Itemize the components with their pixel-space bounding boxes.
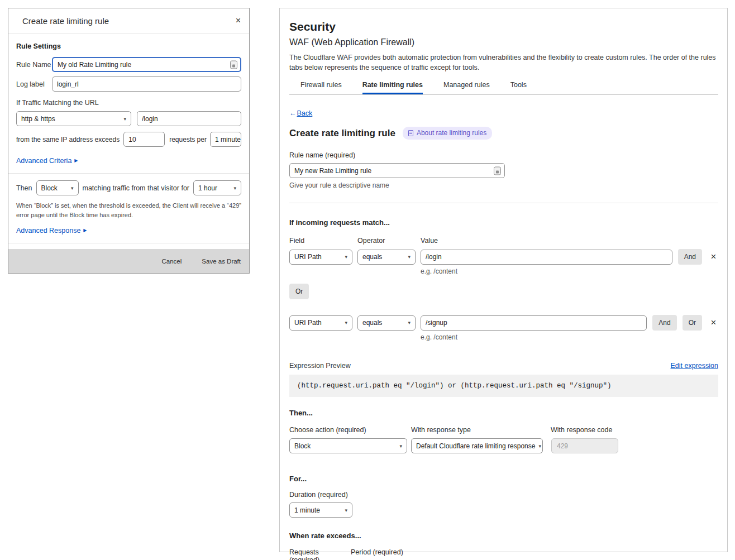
exceeds-label: from the same IP address exceeds <box>16 136 120 143</box>
triangle-right-icon: ▶ <box>83 228 87 233</box>
expression-code: (http.request.uri.path eq "/login") or (… <box>289 375 718 397</box>
back-arrow-icon: ← <box>289 109 297 117</box>
tab-rate-limiting-rules[interactable]: Rate limiting rules <box>362 81 423 94</box>
triangle-right-icon: ▶ <box>74 159 78 163</box>
url-input[interactable] <box>137 111 241 126</box>
modal-header: Create rate limiting rule × <box>8 8 249 33</box>
then-label: Then <box>16 184 32 192</box>
advanced-response-link[interactable]: Advanced Response ▶ <box>16 227 87 234</box>
then-section-heading: Then... <box>289 409 718 417</box>
condition-row: URI Path ▾ equals ▾ And Or × <box>289 315 718 331</box>
save-as-draft-button[interactable]: Save as Draft <box>202 258 241 265</box>
requests-per-label: requests per <box>169 136 207 143</box>
duration-label: Duration (required) <box>289 491 718 499</box>
autofill-icon[interactable] <box>230 60 237 69</box>
value-input[interactable] <box>421 315 647 331</box>
chevron-down-icon: ▾ <box>71 185 74 191</box>
operator-select[interactable]: equals ▾ <box>357 250 416 265</box>
log-label-row: Log label <box>16 76 241 92</box>
threshold-row: from the same IP address exceeds request… <box>16 132 241 147</box>
chevron-down-icon: ▾ <box>345 320 347 326</box>
response-code-label: With response code <box>551 426 612 434</box>
matching-traffic-label: matching traffic from that visitor for <box>83 184 190 192</box>
remove-condition-icon[interactable]: × <box>709 251 718 262</box>
waf-tabs: Firewall rules Rate limiting rules Manag… <box>289 81 718 95</box>
rule-name-input[interactable] <box>52 57 241 72</box>
tab-tools[interactable]: Tools <box>510 81 527 94</box>
chevron-down-icon: ▾ <box>408 320 411 326</box>
for-section-heading: For... <box>289 475 718 483</box>
rule-name-label: Rule name (required) <box>289 151 718 159</box>
or-connector-button[interactable]: Or <box>289 284 309 299</box>
value-column-label: Value <box>421 237 438 245</box>
block-duration-select[interactable]: 1 hour ▾ <box>193 180 241 195</box>
back-link[interactable]: ← Back <box>289 109 312 117</box>
rule-name-group: Rule name (required) Give your rule a de… <box>289 151 718 189</box>
rule-name-label: Rule Name <box>16 61 52 69</box>
modal-title: Create rate limiting rule <box>22 16 109 26</box>
autofill-icon[interactable] <box>494 166 501 175</box>
rule-settings-heading: Rule Settings <box>16 42 241 50</box>
then-labels-row: Choose action (required) With response t… <box>289 426 718 434</box>
log-label-input[interactable] <box>52 76 241 92</box>
remove-condition-icon[interactable]: × <box>709 317 718 328</box>
action-select[interactable]: Block ▾ <box>36 180 79 195</box>
chevron-down-icon: ▾ <box>408 254 411 260</box>
then-row: Then Block ▾ matching traffic from that … <box>16 180 241 195</box>
rate-section-heading: When rate exceeds... <box>289 532 718 540</box>
chevron-down-icon: ▾ <box>233 185 236 191</box>
and-button[interactable]: And <box>678 249 702 265</box>
chevron-down-icon: ▾ <box>123 116 126 122</box>
chevron-down-icon: ▾ <box>538 443 541 449</box>
action-select[interactable]: Block ▾ <box>289 438 407 453</box>
legacy-rate-limit-modal: Create rate limiting rule × Rule Setting… <box>8 8 250 274</box>
value-hint: e.g. /content <box>421 267 718 275</box>
block-note: When “Block” is set, when the threshold … <box>16 201 241 220</box>
condition-row: URI Path ▾ equals ▾ And × <box>289 249 718 265</box>
operator-column-label: Operator <box>357 237 421 245</box>
scheme-select[interactable]: http & https ▾ <box>16 111 131 126</box>
requests-count-input[interactable] <box>123 132 165 147</box>
requests-label: Requests (required) <box>289 548 351 560</box>
response-type-label: With response type <box>411 426 551 434</box>
expression-preview-header: Expression Preview Edit expression <box>289 362 718 370</box>
create-rule-heading: Create rate limiting rule <box>289 128 395 139</box>
rule-name-hint: Give your rule a descriptive name <box>289 181 718 189</box>
rate-labels-row: Requests (required) Period (required) <box>289 548 718 560</box>
modal-footer: Cancel Save as Draft <box>8 249 249 273</box>
document-icon <box>408 130 413 136</box>
edit-expression-link[interactable]: Edit expression <box>671 362 718 370</box>
field-select[interactable]: URI Path ▾ <box>289 315 352 331</box>
period-label: Period (required) <box>351 548 403 560</box>
close-icon[interactable]: × <box>236 16 241 25</box>
value-input[interactable] <box>421 250 672 265</box>
tab-firewall-rules[interactable]: Firewall rules <box>300 81 342 94</box>
field-column-label: Field <box>289 237 357 245</box>
operator-select[interactable]: equals ▾ <box>357 315 416 331</box>
rule-name-input[interactable] <box>289 163 505 178</box>
condition-column-labels: Field Operator Value <box>289 237 718 245</box>
match-section-heading: If incoming requests match... <box>289 218 718 227</box>
duration-select[interactable]: 1 minute ▾ <box>289 502 352 518</box>
section-divider <box>289 203 718 203</box>
value-hint: e.g. /content <box>421 333 718 341</box>
url-match-row: http & https ▾ <box>16 111 241 126</box>
expression-preview-label: Expression Preview <box>289 362 351 370</box>
period-select[interactable]: 1 minute ▾ <box>210 132 241 147</box>
about-rate-limiting-badge[interactable]: About rate limiting rules <box>403 127 492 140</box>
advanced-criteria-link[interactable]: Advanced Criteria ▶ <box>16 157 78 165</box>
log-label-label: Log label <box>16 80 52 88</box>
response-type-select[interactable]: Default Cloudflare rate limiting respons… <box>411 438 543 453</box>
tab-managed-rules[interactable]: Managed rules <box>443 81 490 94</box>
or-button[interactable]: Or <box>682 315 702 331</box>
page-subtitle: WAF (Web Application Firewall) <box>289 37 718 47</box>
waf-panel: Security WAF (Web Application Firewall) … <box>279 8 728 552</box>
chevron-down-icon: ▾ <box>345 254 347 260</box>
page-description: The Cloudflare WAF provides both automat… <box>289 52 718 73</box>
modal-body: Rule Settings Rule Name Log label If Tra… <box>8 33 249 260</box>
field-select[interactable]: URI Path ▾ <box>289 250 352 265</box>
chevron-down-icon: ▾ <box>345 508 347 513</box>
cancel-button[interactable]: Cancel <box>162 258 182 265</box>
and-button[interactable]: And <box>652 315 676 331</box>
response-code-input <box>551 438 618 453</box>
